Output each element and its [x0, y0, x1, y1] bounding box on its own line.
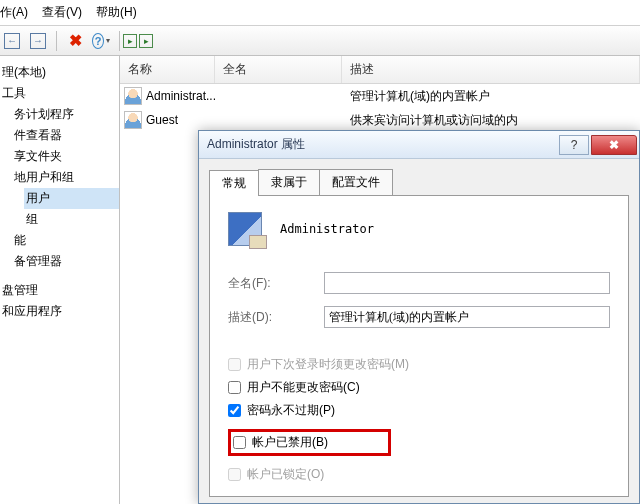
tree-performance[interactable]: 能: [12, 230, 119, 251]
chk-disabled[interactable]: 帐户已禁用(B): [233, 434, 328, 451]
cell-name: Guest: [146, 113, 223, 127]
tree-scheduler[interactable]: 务计划程序: [12, 104, 119, 125]
list-header: 名称 全名 描述: [120, 56, 640, 84]
nav-fwd-button[interactable]: →: [28, 31, 48, 51]
help-button[interactable]: ?: [559, 135, 589, 155]
tree-tools[interactable]: 工具: [0, 83, 119, 104]
chk-disabled-box[interactable]: [233, 436, 246, 449]
tab-profile[interactable]: 配置文件: [319, 169, 393, 195]
tree-eventviewer[interactable]: 件查看器: [12, 125, 119, 146]
menu-help[interactable]: 帮助(H): [96, 4, 137, 21]
cell-name: Administrat...: [146, 89, 223, 103]
desc-input[interactable]: [324, 306, 610, 328]
desc-label: 描述(D):: [228, 309, 324, 326]
cell-desc: 供来宾访问计算机或访问域的内: [350, 112, 518, 129]
tree-root[interactable]: 理(本地): [0, 62, 119, 83]
chk-locked: 帐户已锁定(O): [228, 466, 610, 483]
tree-users[interactable]: 用户: [24, 188, 119, 209]
fullname-input[interactable]: [324, 272, 610, 294]
chk-locked-box: [228, 468, 241, 481]
delete-button[interactable]: ✖: [65, 31, 85, 51]
cell-desc: 管理计算机(域)的内置帐户: [350, 88, 490, 105]
fullname-label: 全名(F):: [228, 275, 324, 292]
user-icon: [124, 111, 142, 129]
nav-back-button[interactable]: ←: [2, 31, 22, 51]
chk-cannotchange[interactable]: 用户不能更改密码(C): [228, 379, 610, 396]
tree-diskmgmt[interactable]: 盘管理: [0, 280, 119, 301]
close-button[interactable]: ✖: [591, 135, 637, 155]
dialog-title: Administrator 属性: [207, 136, 557, 153]
user-icon: [124, 87, 142, 105]
tree-localusers[interactable]: 地用户和组: [12, 167, 119, 188]
menu-view[interactable]: 查看(V): [42, 4, 82, 21]
tree-devmgr[interactable]: 备管理器: [12, 251, 119, 272]
list-row[interactable]: Guest 供来宾访问计算机或访问域的内: [120, 108, 640, 132]
chk-mustchange: 用户下次登录时须更改密码(M): [228, 356, 610, 373]
dialog-titlebar[interactable]: Administrator 属性 ? ✖: [199, 131, 639, 159]
tree-sharedfolders[interactable]: 享文件夹: [12, 146, 119, 167]
nav-tree[interactable]: 理(本地) 工具 务计划程序 件查看器 享文件夹 地用户和组 用户 组 能 备管…: [0, 56, 120, 504]
chk-mustchange-box: [228, 358, 241, 371]
tab-memberof[interactable]: 隶属于: [258, 169, 320, 195]
menu-action[interactable]: 作(A): [0, 4, 28, 21]
list-row[interactable]: Administrat... 管理计算机(域)的内置帐户: [120, 84, 640, 108]
nav-small[interactable]: ▸▸: [128, 31, 148, 51]
tab-pane-general: Administrator 全名(F): 描述(D): 用户下次登录时须更改密码…: [209, 195, 629, 497]
account-icon: [228, 212, 262, 246]
account-name: Administrator: [280, 222, 374, 236]
tab-general[interactable]: 常规: [209, 170, 259, 196]
help-dropdown[interactable]: ?▾: [91, 31, 111, 51]
chk-neverexpire-box[interactable]: [228, 404, 241, 417]
col-fullname[interactable]: 全名: [215, 56, 342, 83]
properties-dialog: Administrator 属性 ? ✖ 常规 隶属于 配置文件 Adminis…: [198, 130, 640, 504]
menu-bar: 作(A) 查看(V) 帮助(H): [0, 0, 640, 26]
toolbar: ← → ✖ ?▾ ▸▸: [0, 26, 640, 56]
tree-groups[interactable]: 组: [24, 209, 119, 230]
tab-row: 常规 隶属于 配置文件: [199, 159, 639, 195]
highlight-box: 帐户已禁用(B): [228, 429, 391, 456]
tree-apps[interactable]: 和应用程序: [0, 301, 119, 322]
chk-cannotchange-box[interactable]: [228, 381, 241, 394]
col-desc[interactable]: 描述: [342, 56, 640, 83]
chk-neverexpire[interactable]: 密码永不过期(P): [228, 402, 610, 419]
col-name[interactable]: 名称: [120, 56, 215, 83]
